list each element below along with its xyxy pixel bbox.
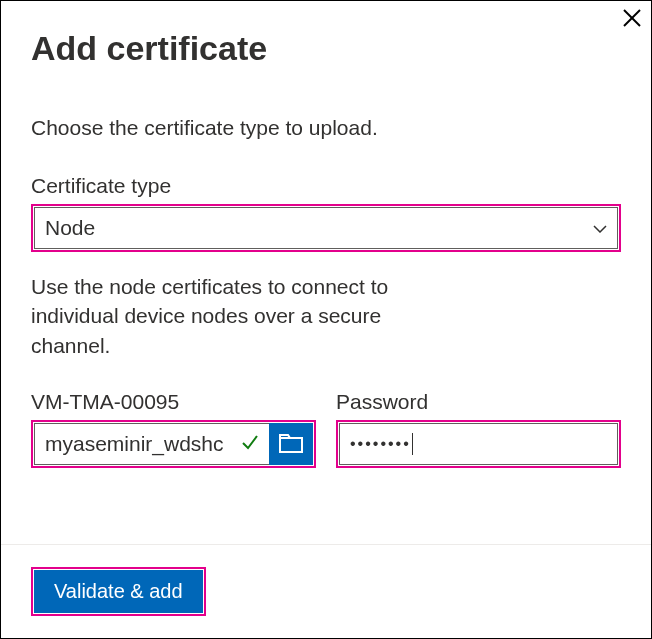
- password-input[interactable]: ••••••••: [339, 423, 618, 465]
- certificate-type-value: Node: [45, 216, 593, 240]
- close-icon[interactable]: [623, 7, 641, 31]
- node-file-highlight: myaseminir_wdshc: [31, 420, 316, 468]
- intro-text: Choose the certificate type to upload.: [31, 116, 621, 140]
- password-label: Password: [336, 390, 621, 414]
- node-file-name: myaseminir_wdshc: [45, 432, 235, 456]
- chevron-down-icon: [593, 220, 607, 236]
- page-title: Add certificate: [31, 29, 621, 68]
- node-file-row: myaseminir_wdshc: [34, 423, 313, 465]
- help-text: Use the node certificates to connect to …: [31, 272, 451, 360]
- password-masked: ••••••••: [350, 435, 411, 453]
- submit-button-highlight: Validate & add: [31, 567, 206, 616]
- password-highlight: ••••••••: [336, 420, 621, 468]
- certificate-type-select[interactable]: Node: [34, 207, 618, 249]
- node-file-input[interactable]: myaseminir_wdshc: [34, 423, 269, 465]
- panel-footer: Validate & add: [1, 544, 651, 638]
- add-certificate-panel: Add certificate Choose the certificate t…: [0, 0, 652, 639]
- panel-content: Add certificate Choose the certificate t…: [1, 1, 651, 544]
- folder-open-icon: [279, 434, 303, 454]
- node-password-row: VM-TMA-00095 myaseminir_wdshc: [31, 390, 621, 468]
- certificate-type-label: Certificate type: [31, 174, 621, 198]
- text-caret: [412, 433, 413, 455]
- password-column: Password ••••••••: [336, 390, 621, 468]
- browse-file-button[interactable]: [269, 423, 313, 465]
- node-file-label: VM-TMA-00095: [31, 390, 316, 414]
- validate-add-button[interactable]: Validate & add: [34, 570, 203, 613]
- node-file-column: VM-TMA-00095 myaseminir_wdshc: [31, 390, 316, 468]
- checkmark-icon: [241, 433, 259, 456]
- svg-rect-2: [280, 438, 302, 452]
- certificate-type-highlight: Node: [31, 204, 621, 252]
